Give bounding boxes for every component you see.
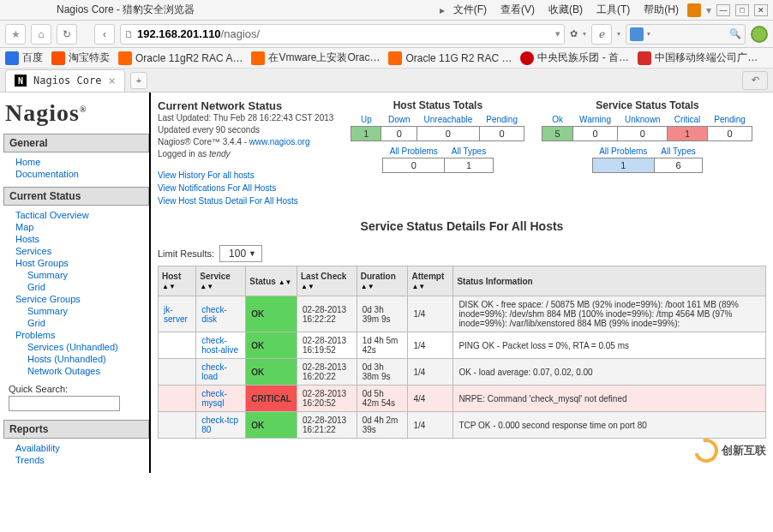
close-button[interactable]: ✕ bbox=[754, 4, 768, 16]
col-duration[interactable]: Duration ▲▼ bbox=[357, 266, 408, 296]
liebao-icon[interactable] bbox=[751, 26, 768, 43]
link-map[interactable]: Map bbox=[15, 221, 149, 233]
link-sg-summary[interactable]: Summary bbox=[27, 305, 149, 317]
svc-unknown-header[interactable]: Unknown bbox=[625, 115, 661, 124]
service-link[interactable]: check-disk bbox=[201, 305, 226, 324]
link-view-notifications[interactable]: View Notifications For All Hosts bbox=[158, 182, 333, 194]
menu-help[interactable]: 帮助(H) bbox=[644, 3, 679, 17]
svc-pending-count[interactable]: 0 bbox=[707, 127, 752, 141]
compat-dropdown-icon[interactable]: ▾ bbox=[617, 30, 620, 38]
bookmark-baidu[interactable]: 百度 bbox=[5, 51, 43, 65]
back-button[interactable]: ‹ bbox=[94, 24, 115, 45]
host-pending-header[interactable]: Pending bbox=[486, 115, 518, 124]
search-icon[interactable]: 🔍 bbox=[729, 28, 741, 39]
limit-select[interactable]: 100 ▼ bbox=[219, 245, 262, 262]
bookmark-mobile[interactable]: 中国移动终端公司广… bbox=[638, 51, 758, 65]
svc-pending-header[interactable]: Pending bbox=[714, 115, 746, 124]
favorite-button[interactable]: ★ bbox=[5, 24, 26, 45]
search-box[interactable]: ▾ 🔍 bbox=[626, 24, 746, 45]
host-unreachable-count[interactable]: 0 bbox=[417, 127, 480, 141]
bookmark-oracle2[interactable]: Oracle 11G R2 RAC … bbox=[388, 51, 512, 65]
link-hosts[interactable]: Hosts bbox=[15, 233, 149, 245]
bookmark-oracle1[interactable]: Oracle 11gR2 RAC A… bbox=[118, 51, 243, 65]
menu-view[interactable]: 查看(V) bbox=[500, 3, 535, 17]
nagios-link[interactable]: www.nagios.org bbox=[249, 137, 310, 146]
host-allproblems-count[interactable]: 0 bbox=[383, 158, 445, 173]
history-button[interactable]: ↶ bbox=[742, 71, 768, 90]
service-link[interactable]: check-tcp 80 bbox=[201, 415, 238, 434]
col-statusinfo[interactable]: Status Information bbox=[453, 266, 766, 296]
menu-file[interactable]: 文件(F) bbox=[453, 3, 487, 17]
menu-arrow-icon[interactable]: ▸ bbox=[440, 4, 445, 16]
svc-critical-header[interactable]: Critical bbox=[674, 115, 701, 124]
dropdown-icon[interactable]: ▾ bbox=[706, 4, 711, 16]
minimize-button[interactable]: — bbox=[716, 4, 730, 16]
compat-button[interactable]: ℯ bbox=[591, 24, 612, 45]
link-services-unhandled[interactable]: Services (Unhandled) bbox=[27, 341, 149, 353]
link-servicegroups[interactable]: Service Groups bbox=[15, 293, 149, 305]
svc-alltypes-header[interactable]: All Types bbox=[661, 146, 695, 156]
col-service[interactable]: Service ▲▼ bbox=[196, 266, 246, 296]
host-unreachable-header[interactable]: Unreachable bbox=[424, 115, 473, 124]
host-down-header[interactable]: Down bbox=[388, 115, 410, 124]
menu-tools[interactable]: 工具(T) bbox=[596, 3, 630, 17]
link-documentation[interactable]: Documentation bbox=[15, 168, 149, 180]
host-up-header[interactable]: Up bbox=[361, 115, 372, 124]
link-tactical[interactable]: Tactical Overview bbox=[15, 209, 149, 221]
host-allproblems-header[interactable]: All Problems bbox=[390, 146, 438, 156]
host-alltypes-count[interactable]: 1 bbox=[445, 158, 493, 173]
home-button[interactable]: ⌂ bbox=[31, 24, 51, 45]
new-tab-button[interactable]: + bbox=[130, 72, 147, 89]
svc-ok-header[interactable]: Ok bbox=[552, 115, 563, 124]
sort-icon[interactable]: ▲▼ bbox=[361, 283, 375, 290]
svc-ok-count[interactable]: 5 bbox=[542, 127, 572, 141]
svc-allproblems-count[interactable]: 1 bbox=[592, 158, 654, 173]
bookmark-vmware[interactable]: 在Vmware上安装Orac… bbox=[251, 51, 380, 65]
svc-allproblems-header[interactable]: All Problems bbox=[599, 146, 647, 156]
tab-nagios[interactable]: N Nagios Core × bbox=[5, 69, 125, 92]
service-link[interactable]: check-host-alive bbox=[201, 336, 238, 355]
link-availability[interactable]: Availability bbox=[15, 442, 149, 454]
host-up-count[interactable]: 1 bbox=[351, 127, 381, 141]
svc-critical-count[interactable]: 1 bbox=[668, 127, 708, 141]
link-services[interactable]: Services bbox=[15, 245, 149, 257]
link-hg-grid[interactable]: Grid bbox=[27, 281, 149, 293]
col-host[interactable]: Host ▲▼ bbox=[159, 266, 196, 296]
svc-alltypes-count[interactable]: 6 bbox=[654, 158, 702, 173]
brush-icon[interactable] bbox=[687, 3, 701, 17]
sort-icon[interactable]: ▲▼ bbox=[200, 283, 213, 290]
col-attempt[interactable]: Attempt ▲▼ bbox=[408, 266, 453, 296]
link-problems[interactable]: Problems bbox=[15, 329, 149, 341]
quick-search-input[interactable] bbox=[9, 396, 120, 411]
host-pending-count[interactable]: 0 bbox=[479, 127, 524, 141]
col-status[interactable]: Status ▲▼ bbox=[246, 266, 297, 296]
sort-icon[interactable]: ▲▼ bbox=[279, 278, 292, 286]
link-network-outages[interactable]: Network Outages bbox=[27, 365, 149, 377]
sort-icon[interactable]: ▲▼ bbox=[411, 283, 425, 290]
svc-warning-count[interactable]: 0 bbox=[572, 127, 618, 141]
host-alltypes-header[interactable]: All Types bbox=[452, 146, 486, 156]
address-bar[interactable]: 🗋 192.168.201.110/nagios/ ▾ bbox=[120, 24, 565, 45]
link-view-history[interactable]: View History For all hosts bbox=[158, 169, 333, 182]
link-hg-summary[interactable]: Summary bbox=[27, 269, 149, 281]
host-link[interactable]: jk-server bbox=[164, 305, 188, 324]
bookmark-taobao[interactable]: 淘宝特卖 bbox=[51, 51, 110, 65]
sort-icon[interactable]: ▲▼ bbox=[301, 283, 315, 290]
host-down-count[interactable]: 0 bbox=[381, 127, 417, 141]
link-home[interactable]: Home bbox=[15, 156, 149, 168]
tab-close-icon[interactable]: × bbox=[108, 74, 115, 87]
link-trends[interactable]: Trends bbox=[15, 454, 149, 466]
menu-bookmarks[interactable]: 收藏(B) bbox=[548, 3, 583, 17]
link-hostgroups[interactable]: Host Groups bbox=[15, 257, 149, 269]
addr-dropdown-icon[interactable]: ▾ bbox=[555, 28, 560, 39]
col-lastcheck[interactable]: Last Check ▲▼ bbox=[297, 266, 357, 296]
settings-dropdown-icon[interactable]: ▾ bbox=[583, 30, 586, 38]
settings-icon[interactable]: ✿ bbox=[570, 28, 578, 39]
search-engine-icon[interactable] bbox=[630, 27, 644, 41]
link-hosts-unhandled[interactable]: Hosts (Unhandled) bbox=[27, 353, 149, 365]
maximize-button[interactable]: □ bbox=[735, 4, 749, 16]
refresh-button[interactable]: ↻ bbox=[57, 24, 77, 45]
link-view-host-detail[interactable]: View Host Status Detail For All Hosts bbox=[158, 194, 333, 207]
sort-icon[interactable]: ▲▼ bbox=[162, 283, 176, 290]
service-link[interactable]: check-load bbox=[201, 362, 226, 381]
